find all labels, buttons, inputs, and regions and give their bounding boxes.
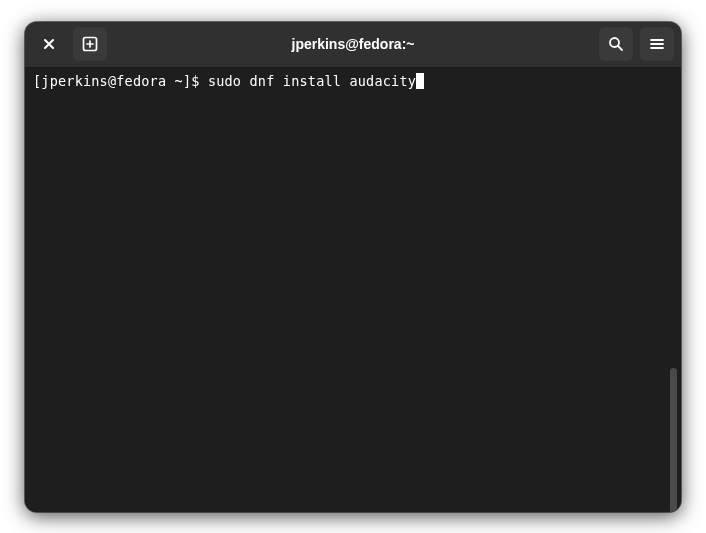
titlebar-right-group: [599, 27, 674, 61]
titlebar-left-group: [32, 27, 107, 61]
prompt-text: [jperkins@fedora ~]$: [33, 73, 208, 89]
command-text: sudo dnf install audacity: [208, 73, 416, 89]
terminal-window: jperkins@fedora:~ [jperkins@fed: [25, 22, 681, 512]
close-icon: [42, 37, 56, 51]
search-icon: [608, 36, 624, 52]
terminal-content[interactable]: [jperkins@fedora ~]$ sudo dnf install au…: [25, 68, 681, 512]
titlebar: jperkins@fedora:~: [25, 22, 681, 68]
close-button[interactable]: [32, 27, 66, 61]
cursor: [416, 73, 424, 89]
new-tab-button[interactable]: [73, 27, 107, 61]
search-button[interactable]: [599, 27, 633, 61]
terminal-line: [jperkins@fedora ~]$ sudo dnf install au…: [33, 73, 424, 89]
window-title: jperkins@fedora:~: [114, 36, 592, 52]
new-tab-icon: [82, 36, 98, 52]
scrollbar-thumb[interactable]: [670, 368, 677, 512]
menu-button[interactable]: [640, 27, 674, 61]
hamburger-icon: [649, 36, 665, 52]
